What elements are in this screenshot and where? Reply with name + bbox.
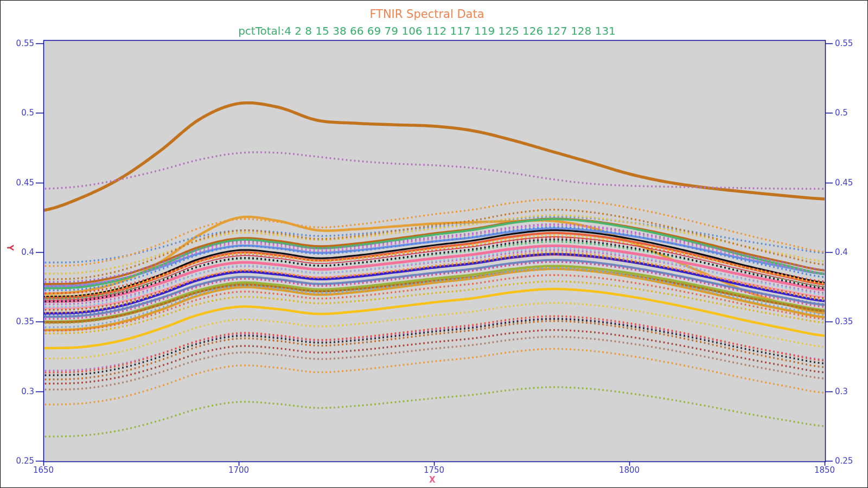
y-tick-label-right: 0.5 [835,108,866,117]
x-tick-label: 1800 [610,466,648,474]
y-tick-label-left: 0.5 [3,108,34,117]
chart-subtitle: pctTotal:4 2 8 15 38 66 69 79 106 112 11… [1,24,853,37]
y-tick-label-right: 0.35 [835,317,866,326]
y-tick-label-right: 0.25 [835,457,866,465]
x-axis-title: X [429,475,436,485]
y-tick-label-right: 0.4 [835,248,866,256]
y-tick-label-left: 0.3 [3,387,34,396]
y-tick-label-right: 0.3 [835,387,866,396]
chart-canvas [1,1,867,487]
x-tick-label: 1750 [415,466,453,474]
y-tick-label-left: 0.45 [3,178,34,187]
x-tick-label: 1850 [806,466,844,474]
figure-root: FTNIR Spectral Data pctTotal:4 2 8 15 38… [0,0,868,488]
x-tick-label: 1650 [24,466,62,474]
chart-title: FTNIR Spectral Data [1,8,853,21]
y-tick-label-right: 0.45 [835,178,866,187]
y-tick-label-right: 0.55 [835,39,866,48]
y-tick-label-left: 0.25 [3,457,34,465]
y-tick-label-left: 0.55 [3,39,34,48]
y-tick-label-left: 0.35 [3,317,34,326]
x-tick-label: 1700 [220,466,258,474]
y-axis-title: Y [5,245,15,251]
